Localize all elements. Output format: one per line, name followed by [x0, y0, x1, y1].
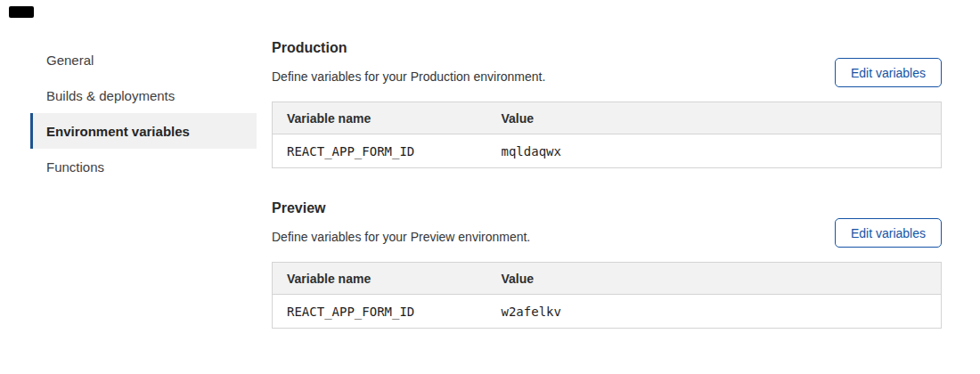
sidebar-item-functions[interactable]: Functions — [30, 149, 257, 184]
variable-name-cell: REACT_APP_FORM_ID — [273, 295, 487, 329]
column-header-value: Value — [487, 102, 942, 134]
preview-section: Preview Define variables for your Previe… — [272, 168, 942, 329]
variable-value-cell: w2afelkv — [487, 295, 942, 329]
sidebar-item-builds-deployments[interactable]: Builds & deployments — [30, 77, 257, 113]
table-header-row: Variable name Value — [273, 263, 942, 295]
column-header-variable-name: Variable name — [273, 263, 487, 295]
table-header-row: Variable name Value — [273, 102, 942, 134]
sidebar-item-environment-variables[interactable]: Environment variables — [30, 113, 257, 149]
top-left-marker — [9, 6, 34, 18]
edit-variables-button-production[interactable]: Edit variables — [835, 58, 942, 87]
environment-variables-panel: Production Define variables for your Pro… — [272, 0, 942, 329]
table-row: REACT_APP_FORM_ID mqldaqwx — [273, 134, 942, 168]
table-row: REACT_APP_FORM_ID w2afelkv — [273, 295, 942, 329]
column-header-value: Value — [487, 263, 942, 295]
production-section: Production Define variables for your Pro… — [272, 0, 942, 168]
edit-variables-button-preview[interactable]: Edit variables — [835, 218, 942, 248]
production-section-title: Production — [272, 39, 942, 56]
settings-sidebar: General Builds & deployments Environment… — [30, 42, 257, 184]
sidebar-item-general[interactable]: General — [30, 42, 257, 77]
variable-name-cell: REACT_APP_FORM_ID — [273, 134, 487, 168]
variable-value-cell: mqldaqwx — [487, 134, 942, 168]
production-variables-table: Variable name Value REACT_APP_FORM_ID mq… — [272, 102, 942, 168]
column-header-variable-name: Variable name — [273, 102, 487, 134]
settings-page: General Builds & deployments Environment… — [0, 0, 980, 374]
preview-section-title: Preview — [272, 199, 942, 216]
preview-variables-table: Variable name Value REACT_APP_FORM_ID w2… — [272, 262, 942, 329]
